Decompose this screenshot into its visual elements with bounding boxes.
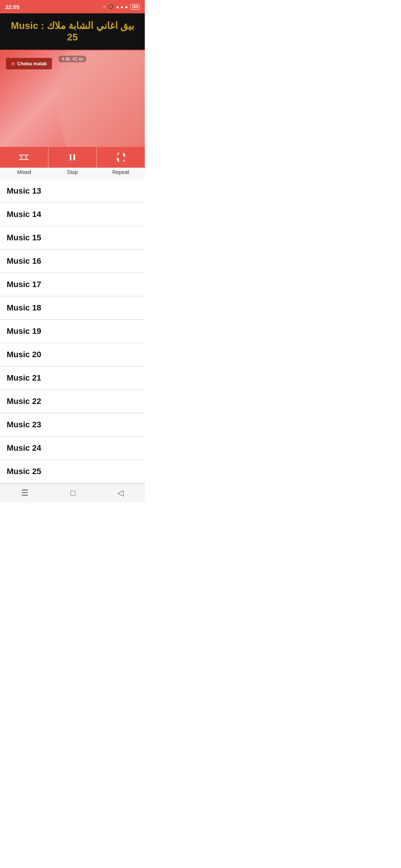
header-banner: بيق اغاني الشابة ملاك : Music 25 — [0, 13, 145, 50]
track-name: Music 20 — [7, 350, 41, 359]
svg-rect-3 — [74, 154, 75, 160]
album-art: Cheba malak 4 dk. 42 sn — [0, 50, 145, 147]
background-figure — [36, 50, 145, 147]
list-item[interactable]: Music 25 — [0, 460, 145, 483]
list-item[interactable]: Music 19 — [0, 320, 145, 343]
artist-label: Cheba malak — [6, 58, 52, 69]
menu-icon[interactable]: ☰ — [21, 488, 29, 498]
list-item[interactable]: Music 13 — [0, 180, 145, 203]
artist-name: Cheba malak — [17, 61, 47, 66]
battery-indicator: 100 — [130, 4, 140, 10]
status-bar: 22:05 ⊹ 🔕 ▲▲▲ 100 — [0, 0, 145, 13]
track-name: Music 15 — [7, 233, 41, 243]
status-time: 22:05 — [5, 4, 19, 10]
controls-area: Mixed Stop Repeat — [0, 147, 145, 180]
playing-dot — [11, 62, 15, 66]
repeat-button[interactable] — [97, 147, 145, 168]
list-item[interactable]: Music 22 — [0, 390, 145, 413]
svg-rect-2 — [70, 154, 71, 160]
track-name: Music 17 — [7, 280, 41, 289]
list-item[interactable]: Music 24 — [0, 437, 145, 460]
list-item[interactable]: Music 18 — [0, 296, 145, 320]
track-name: Music 18 — [7, 303, 41, 313]
stop-label: Stop — [48, 168, 97, 177]
track-name: Music 25 — [7, 467, 41, 476]
list-item[interactable]: Music 23 — [0, 413, 145, 437]
control-labels: Mixed Stop Repeat — [0, 168, 145, 177]
repeat-label: Repeat — [97, 168, 145, 177]
signal-icon: ▲▲▲ — [115, 4, 129, 9]
track-name: Music 24 — [7, 443, 41, 453]
bluetooth-icon: ⊹ — [102, 4, 106, 9]
track-name: Music 19 — [7, 326, 41, 336]
shuffle-label: Mixed — [0, 168, 48, 177]
controls-row — [0, 147, 145, 168]
track-name: Music 16 — [7, 256, 41, 266]
back-icon[interactable]: ◁ — [117, 488, 124, 498]
track-name: Music 13 — [7, 186, 41, 196]
track-list: Music 13Music 14Music 15Music 16Music 17… — [0, 180, 145, 483]
track-name: Music 14 — [7, 210, 41, 219]
list-item[interactable]: Music 15 — [0, 226, 145, 250]
list-item[interactable]: Music 16 — [0, 250, 145, 273]
duration-label: 4 dk. 42 sn — [59, 56, 87, 62]
stop-button[interactable] — [49, 147, 97, 168]
list-item[interactable]: Music 21 — [0, 366, 145, 390]
player-area: Cheba malak 4 dk. 42 sn — [0, 50, 145, 147]
list-item[interactable]: Music 14 — [0, 203, 145, 226]
track-name: Music 21 — [7, 373, 41, 383]
track-name: Music 23 — [7, 420, 41, 430]
list-item[interactable]: Music 17 — [0, 273, 145, 296]
track-name: Music 22 — [7, 397, 41, 406]
nav-bar: ☰ □ ◁ — [0, 483, 145, 502]
home-icon[interactable]: □ — [71, 488, 75, 498]
shuffle-button[interactable] — [0, 147, 49, 168]
app-title: بيق اغاني الشابة ملاك : Music 25 — [6, 20, 139, 43]
status-icons: ⊹ 🔕 ▲▲▲ 100 — [102, 4, 140, 10]
volume-icon: 🔕 — [108, 4, 114, 9]
list-item[interactable]: Music 20 — [0, 343, 145, 366]
